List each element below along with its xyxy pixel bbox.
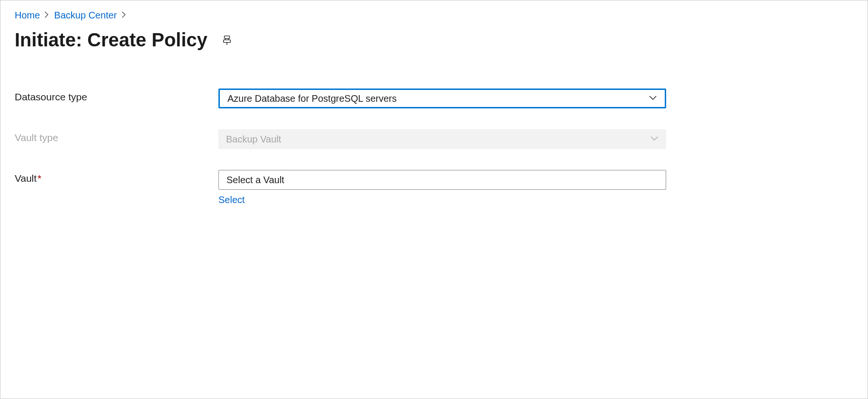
vault-select-link[interactable]: Select: [218, 195, 245, 205]
datasource-type-value: Azure Database for PostgreSQL servers: [227, 93, 397, 104]
chevron-down-icon: [650, 134, 659, 145]
svg-rect-0: [224, 35, 229, 38]
svg-line-3: [228, 38, 229, 40]
breadcrumb: Home Backup Center: [15, 10, 853, 21]
page-header: Initiate: Create Policy: [15, 29, 853, 51]
breadcrumb-home[interactable]: Home: [15, 10, 40, 21]
form-row-vault: Vault* Select a Vault Select: [15, 170, 853, 205]
vault-type-value: Backup Vault: [226, 134, 281, 145]
pin-icon[interactable]: [222, 35, 232, 45]
svg-line-2: [225, 38, 226, 40]
vault-type-label: Vault type: [15, 129, 218, 143]
form-row-datasource-type: Datasource type Azure Database for Postg…: [15, 89, 853, 108]
vault-label: Vault*: [15, 170, 218, 184]
chevron-down-icon: [649, 93, 657, 104]
chevron-right-icon: [45, 11, 49, 20]
datasource-type-select[interactable]: Azure Database for PostgreSQL servers: [218, 89, 666, 108]
form-row-vault-type: Vault type Backup Vault: [15, 129, 853, 149]
datasource-type-label: Datasource type: [15, 89, 218, 103]
svg-rect-1: [223, 40, 230, 43]
vault-type-select: Backup Vault: [218, 129, 666, 149]
vault-input[interactable]: Select a Vault: [218, 170, 666, 190]
chevron-right-icon: [122, 11, 127, 20]
page-title: Initiate: Create Policy: [15, 29, 208, 51]
required-asterisk: *: [37, 173, 41, 184]
breadcrumb-backup-center[interactable]: Backup Center: [54, 10, 117, 21]
vault-value: Select a Vault: [226, 175, 284, 186]
